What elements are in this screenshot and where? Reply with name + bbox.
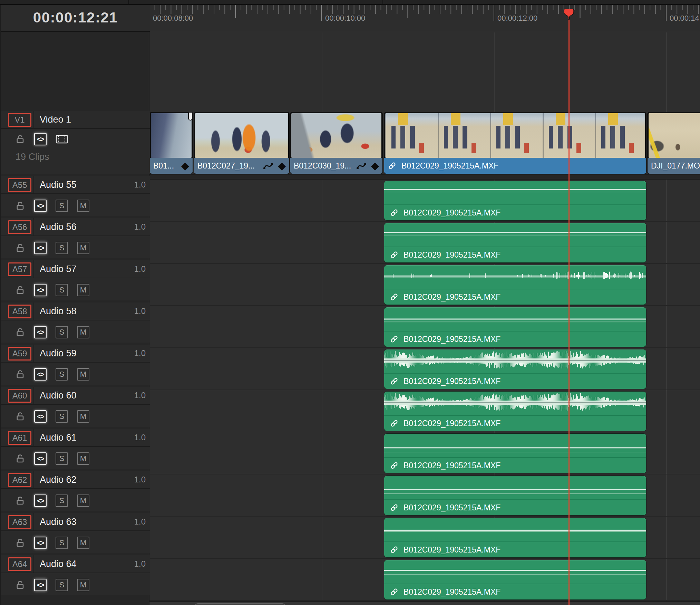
audio-track-name[interactable]: Audio 55 <box>40 176 77 193</box>
audio-lock-button[interactable] <box>15 200 26 211</box>
audio-track-name[interactable]: Audio 62 <box>40 471 77 488</box>
video-clip[interactable]: B01...◆ <box>150 112 193 174</box>
lock-open-icon[interactable] <box>15 369 26 380</box>
track-gain-value[interactable]: 1.0 <box>134 513 146 530</box>
audio-autoselect-button[interactable]: <> <box>34 452 47 465</box>
playhead-timecode[interactable]: 00:00:12:21 <box>33 9 118 26</box>
audio-lock-button[interactable] <box>15 411 26 422</box>
solo-button[interactable]: S <box>56 537 68 549</box>
mute-button[interactable]: M <box>77 410 89 423</box>
lock-open-icon[interactable] <box>15 579 26 590</box>
audio-autoselect-button[interactable]: <> <box>34 410 47 423</box>
timeline-ruler[interactable]: 00:00:08:0000:00:10:0000:00:12:0000:00:1… <box>149 4 700 31</box>
solo-button[interactable]: S <box>56 326 68 338</box>
track-gain-value[interactable]: 1.0 <box>134 176 146 193</box>
video-filmstrip-button[interactable] <box>56 134 68 144</box>
audio-lock-button[interactable] <box>15 242 26 253</box>
audio-lock-button[interactable] <box>15 537 26 548</box>
solo-button[interactable]: S <box>56 200 68 212</box>
audio-lock-button[interactable] <box>15 579 26 590</box>
video-track-name[interactable]: Video 1 <box>40 111 71 128</box>
solo-button[interactable]: S <box>56 242 68 254</box>
track-gain-value[interactable]: 1.0 <box>134 345 146 362</box>
track-number-badge[interactable]: A57 <box>8 262 31 276</box>
playhead-grip[interactable] <box>564 9 574 20</box>
audio-autoselect-button[interactable]: <> <box>34 284 47 296</box>
video-lock-button[interactable] <box>15 134 26 145</box>
audio-track-name[interactable]: Audio 64 <box>40 555 77 573</box>
mute-button[interactable]: M <box>77 494 89 507</box>
audio-clip-a57[interactable]: B012C029_1905215A.MXF <box>384 265 646 305</box>
audio-autoselect-button[interactable]: <> <box>34 242 47 254</box>
video-autoselect-button[interactable]: <> <box>34 133 47 145</box>
track-number-badge[interactable]: A56 <box>8 220 31 234</box>
video-clip[interactable]: B012C029_1905215A.MXF <box>384 112 646 174</box>
solo-button[interactable]: S <box>56 452 68 465</box>
lock-open-icon[interactable] <box>15 134 26 145</box>
track-gain-value[interactable]: 1.0 <box>134 302 146 320</box>
solo-button[interactable]: S <box>56 284 68 296</box>
track-gain-value[interactable]: 1.0 <box>134 218 146 236</box>
audio-clip-a60[interactable]: B012C029_1905215A.MXF <box>384 392 646 431</box>
scrollbar-thumb[interactable] <box>195 603 285 605</box>
solo-button[interactable]: S <box>56 368 68 381</box>
lock-open-icon[interactable] <box>15 327 26 338</box>
track-number-badge[interactable]: A62 <box>8 473 31 487</box>
lock-open-icon[interactable] <box>15 453 26 464</box>
audio-autoselect-button[interactable]: <> <box>34 326 47 338</box>
track-number-badge[interactable]: A55 <box>8 178 31 192</box>
audio-clip-a56[interactable]: B012C029_1905215A.MXF <box>384 223 646 262</box>
filmstrip-icon[interactable] <box>56 134 68 144</box>
audio-lock-button[interactable] <box>15 369 26 380</box>
audio-clip-a58[interactable]: B012C029_1905215A.MXF <box>384 307 646 347</box>
audio-track-name[interactable]: Audio 59 <box>40 345 77 362</box>
track-number-badge[interactable]: A60 <box>8 389 31 403</box>
mute-button[interactable]: M <box>77 200 89 212</box>
solo-button[interactable]: S <box>56 494 68 507</box>
lock-open-icon[interactable] <box>15 200 26 211</box>
audio-clip-a59[interactable]: B012C029_1905215A.MXF <box>384 349 646 389</box>
audio-clip-a61[interactable]: B012C029_1905215A.MXF <box>384 434 646 473</box>
playhead-line[interactable] <box>568 9 570 605</box>
mute-button[interactable]: M <box>77 326 89 338</box>
track-number-badge[interactable]: A61 <box>8 431 31 445</box>
lock-open-icon[interactable] <box>15 495 26 506</box>
audio-track-name[interactable]: Audio 60 <box>40 387 77 404</box>
audio-track-name[interactable]: Audio 56 <box>40 218 77 236</box>
mute-button[interactable]: M <box>77 242 89 254</box>
solo-button[interactable]: S <box>56 579 68 591</box>
video-clip[interactable]: DJI_0177.MOV <box>648 112 700 174</box>
lock-open-icon[interactable] <box>15 242 26 253</box>
audio-lock-button[interactable] <box>15 285 26 296</box>
track-gain-value[interactable]: 1.0 <box>134 471 146 488</box>
lock-open-icon[interactable] <box>15 285 26 296</box>
mute-button[interactable]: M <box>77 579 89 591</box>
lock-open-icon[interactable] <box>15 411 26 422</box>
video-track-badge[interactable]: V1 <box>8 113 31 127</box>
edit-point-marker[interactable] <box>188 112 193 121</box>
video-clip[interactable]: B012C030_19...◆ <box>290 112 382 174</box>
horizontal-scrollbar[interactable] <box>149 601 700 605</box>
audio-autoselect-button[interactable]: <> <box>34 537 47 549</box>
audio-track-name[interactable]: Audio 57 <box>40 260 77 278</box>
audio-clip-a62[interactable]: B012C029_1905215A.MXF <box>384 476 646 515</box>
solo-button[interactable]: S <box>56 410 68 423</box>
track-number-badge[interactable]: A64 <box>8 557 31 571</box>
audio-lock-button[interactable] <box>15 495 26 506</box>
audio-autoselect-button[interactable]: <> <box>34 368 47 381</box>
track-number-badge[interactable]: A59 <box>8 347 31 361</box>
audio-track-name[interactable]: Audio 58 <box>40 302 77 320</box>
lock-open-icon[interactable] <box>15 537 26 548</box>
track-gain-value[interactable]: 1.0 <box>134 387 146 404</box>
audio-autoselect-button[interactable]: <> <box>34 200 47 212</box>
audio-lock-button[interactable] <box>15 453 26 464</box>
track-gain-value[interactable]: 1.0 <box>134 429 146 446</box>
mute-button[interactable]: M <box>77 368 89 381</box>
video-clip[interactable]: B012C027_19...◆ <box>194 112 289 174</box>
mute-button[interactable]: M <box>77 452 89 465</box>
track-gain-value[interactable]: 1.0 <box>134 260 146 278</box>
mute-button[interactable]: M <box>77 284 89 296</box>
audio-clip-a63[interactable]: B012C029_1905215A.MXF <box>384 518 646 557</box>
audio-lock-button[interactable] <box>15 327 26 338</box>
audio-clip-a55[interactable]: B012C029_1905215A.MXF <box>384 181 646 220</box>
